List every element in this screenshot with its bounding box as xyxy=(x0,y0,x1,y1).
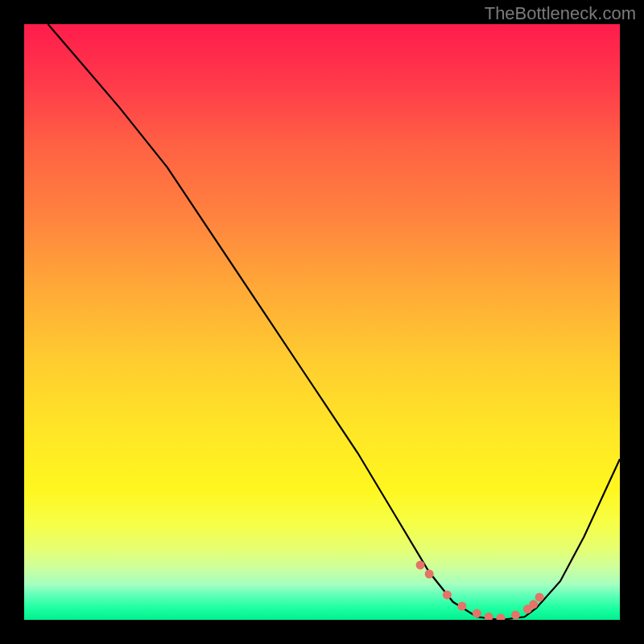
plot-area xyxy=(24,24,620,620)
watermark-text: TheBottleneck.com xyxy=(485,3,636,24)
